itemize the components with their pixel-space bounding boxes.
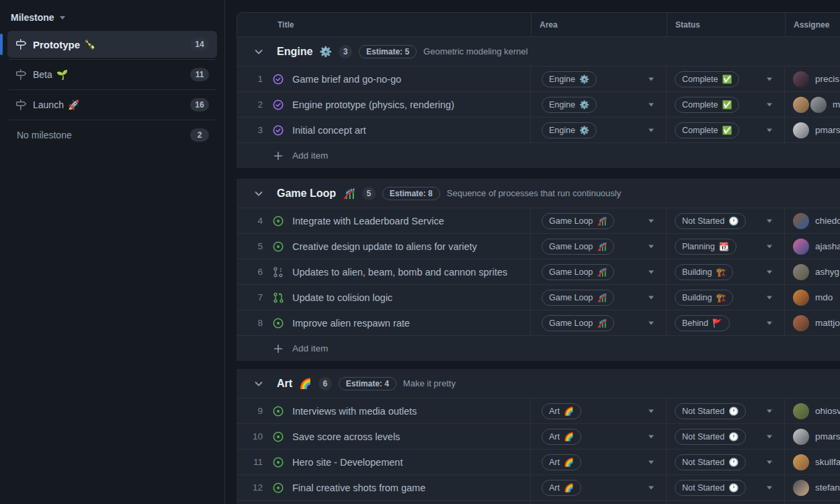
table-row[interactable]: 4 Integrate with Leaderboard Service Gam… bbox=[237, 208, 840, 233]
status-chip[interactable]: Planning📆 bbox=[675, 239, 737, 255]
dropdown-caret-icon[interactable] bbox=[767, 77, 772, 81]
area-chip[interactable]: Art🌈 bbox=[542, 454, 581, 470]
item-title[interactable]: Initial concept art bbox=[292, 125, 366, 136]
column-header-assignee[interactable]: Assignee bbox=[786, 13, 840, 36]
status-chip[interactable]: Not Started🕐 bbox=[675, 403, 746, 419]
assignee-cell[interactable]: ajasha bbox=[785, 234, 840, 259]
area-chip[interactable]: Game Loop🎢 bbox=[542, 290, 614, 306]
dropdown-caret-icon[interactable] bbox=[767, 486, 772, 489]
milestone-group-by-header[interactable]: Milestone bbox=[0, 0, 224, 31]
dropdown-caret-icon[interactable] bbox=[648, 103, 654, 106]
dropdown-caret-icon[interactable] bbox=[648, 486, 654, 489]
status-chip[interactable]: Not Started🕐 bbox=[675, 429, 746, 445]
table-row[interactable]: 3 Initial concept art Engine⚙️ Complete✅ bbox=[237, 117, 840, 142]
area-chip[interactable]: Engine⚙️ bbox=[542, 97, 597, 113]
table-row[interactable]: 6 Updates to alien, beam, bomb and canno… bbox=[237, 259, 840, 284]
item-title[interactable]: Final creative shots from game bbox=[292, 482, 425, 493]
dropdown-caret-icon[interactable] bbox=[648, 270, 654, 274]
assignee-cell[interactable]: ohiosv bbox=[785, 398, 840, 423]
sidebar-item-launch[interactable]: Launch 🚀 16 bbox=[7, 91, 217, 118]
item-title[interactable]: Integrate with Leaderboard Service bbox=[292, 216, 444, 226]
dropdown-caret-icon[interactable] bbox=[648, 460, 654, 464]
assignee-cell[interactable]: stefan bbox=[785, 475, 840, 500]
assignee-cell[interactable]: chiedo bbox=[785, 208, 840, 233]
table-row-partial[interactable] bbox=[237, 500, 840, 504]
item-title[interactable]: Update to colision logic bbox=[292, 292, 392, 303]
status-chip[interactable]: Complete✅ bbox=[675, 97, 739, 113]
sidebar-item-beta[interactable]: Beta 🌱 11 bbox=[7, 61, 217, 88]
item-title[interactable]: Save score across levels bbox=[292, 431, 400, 442]
item-title[interactable]: Updates to alien, beam, bomb and cannon … bbox=[292, 267, 507, 278]
status-chip[interactable]: Not Started🕐 bbox=[675, 213, 746, 229]
status-chip[interactable]: Complete✅ bbox=[675, 122, 739, 138]
assignee-cell[interactable]: skullfa bbox=[785, 450, 840, 474]
dropdown-caret-icon[interactable] bbox=[648, 435, 654, 438]
item-title[interactable]: Creative design update to aliens for var… bbox=[292, 241, 477, 252]
item-title[interactable]: Interviews with media outlets bbox=[292, 406, 417, 417]
collapse-chevron-icon[interactable] bbox=[253, 378, 264, 389]
dropdown-caret-icon[interactable] bbox=[767, 219, 772, 222]
collapse-chevron-icon[interactable] bbox=[253, 188, 264, 199]
assignee-cell[interactable]: mattjo bbox=[785, 310, 840, 335]
assignee-cell[interactable]: pmars bbox=[785, 424, 840, 449]
area-chip[interactable]: Engine⚙️ bbox=[542, 71, 597, 87]
item-title[interactable]: Hero site - Developement bbox=[292, 457, 403, 468]
assignee-cell[interactable]: pmars bbox=[785, 118, 840, 142]
issue-opened-icon bbox=[273, 318, 284, 329]
add-item-button[interactable]: Add item bbox=[237, 142, 840, 168]
dropdown-caret-icon[interactable] bbox=[767, 270, 772, 274]
column-header-title[interactable]: Title bbox=[237, 13, 532, 36]
table-row[interactable]: 5 Creative design update to aliens for v… bbox=[237, 233, 840, 259]
status-chip[interactable]: Not Started🕐 bbox=[675, 454, 746, 470]
item-title[interactable]: Game brief and go-no-go bbox=[292, 74, 401, 85]
area-chip[interactable]: Art🌈 bbox=[542, 403, 581, 419]
sidebar-item-no-milestone[interactable]: No milestone 2 bbox=[7, 122, 217, 149]
area-chip[interactable]: Engine⚙️ bbox=[542, 122, 597, 138]
column-header-status[interactable]: Status bbox=[667, 13, 786, 36]
dropdown-caret-icon[interactable] bbox=[648, 321, 654, 325]
dropdown-caret-icon[interactable] bbox=[767, 435, 772, 438]
dropdown-caret-icon[interactable] bbox=[767, 103, 772, 106]
table-row[interactable]: 12 Final creative shots from game Art🌈 N… bbox=[237, 474, 840, 500]
dropdown-caret-icon[interactable] bbox=[648, 296, 654, 299]
area-chip[interactable]: Game Loop🎢 bbox=[542, 264, 614, 280]
area-chip[interactable]: Game Loop🎢 bbox=[542, 315, 614, 331]
dropdown-caret-icon[interactable] bbox=[767, 460, 772, 464]
dropdown-caret-icon[interactable] bbox=[767, 296, 772, 299]
status-chip[interactable]: Building🏗️ bbox=[675, 290, 733, 306]
dropdown-caret-icon[interactable] bbox=[648, 245, 654, 248]
area-chip[interactable]: Art🌈 bbox=[542, 429, 581, 445]
dropdown-caret-icon[interactable] bbox=[648, 219, 654, 222]
dropdown-caret-icon[interactable] bbox=[648, 128, 654, 132]
dropdown-caret-icon[interactable] bbox=[767, 245, 772, 248]
status-chip[interactable]: Complete✅ bbox=[675, 71, 739, 87]
item-title[interactable]: Improve alien respawn rate bbox=[292, 318, 410, 329]
dropdown-caret-icon[interactable] bbox=[648, 409, 654, 413]
table-row[interactable]: 1 Game brief and go-no-go Engine⚙️ Compl… bbox=[237, 66, 840, 91]
dropdown-caret-icon[interactable] bbox=[767, 409, 772, 413]
sidebar-item-prototype[interactable]: Prototype 🍾 14 bbox=[7, 31, 217, 58]
area-chip[interactable]: Game Loop🎢 bbox=[542, 239, 614, 255]
table-row[interactable]: 9 Interviews with media outlets Art🌈 Not… bbox=[237, 398, 840, 423]
column-header-area[interactable]: Area bbox=[532, 13, 667, 36]
dropdown-caret-icon[interactable] bbox=[767, 128, 772, 132]
assignee-cell[interactable]: mdo bbox=[785, 285, 840, 310]
status-chip[interactable]: Not Started🕐 bbox=[675, 480, 746, 496]
dropdown-caret-icon[interactable] bbox=[648, 77, 654, 81]
area-chip[interactable]: Game Loop🎢 bbox=[542, 213, 614, 229]
assignee-cell[interactable]: ma bbox=[785, 92, 840, 117]
item-title[interactable]: Engine prototype (physics, rendering) bbox=[292, 99, 454, 110]
assignee-cell[interactable]: ashyg bbox=[785, 259, 840, 284]
assignee-cell[interactable]: precis bbox=[785, 67, 840, 91]
dropdown-caret-icon[interactable] bbox=[767, 321, 772, 325]
table-row[interactable]: 10 Save score across levels Art🌈 Not Sta… bbox=[237, 423, 840, 449]
collapse-chevron-icon[interactable] bbox=[253, 46, 264, 57]
status-chip[interactable]: Building🏗️ bbox=[675, 264, 733, 280]
status-chip[interactable]: Behind🚩 bbox=[675, 315, 730, 331]
table-row[interactable]: 7 Update to colision logic Game Loop🎢 Bu… bbox=[237, 284, 840, 310]
area-chip[interactable]: Art🌈 bbox=[542, 480, 581, 496]
table-row[interactable]: 2 Engine prototype (physics, rendering) … bbox=[237, 91, 840, 117]
add-item-button[interactable]: Add item bbox=[237, 335, 840, 361]
table-row[interactable]: 11 Hero site - Developement Art🌈 Not Sta… bbox=[237, 449, 840, 474]
table-row[interactable]: 8 Improve alien respawn rate Game Loop🎢 … bbox=[237, 310, 840, 335]
